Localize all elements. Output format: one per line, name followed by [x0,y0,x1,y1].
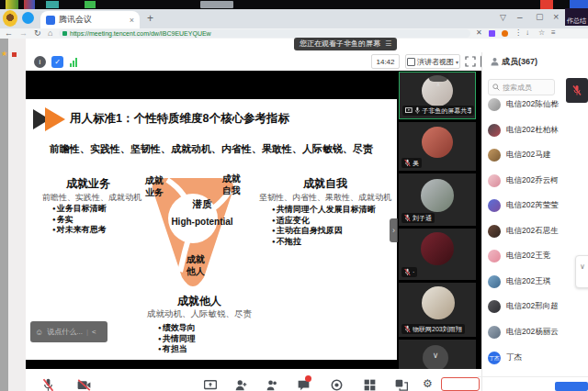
video-thumb-liuyuxiang[interactable]: 物联网203刘雨翔 [399,283,476,337]
security-shield-icon[interactable]: ✓ [51,56,63,68]
address-bar[interactable]: https://meeting.tencent.com/dw/IBC9EUEYQ… [59,29,470,38]
view-mode-button[interactable]: 演讲者视图 ▾ [405,54,460,69]
panel-collapse-handle[interactable]: › [390,218,398,242]
block-business-bullets: 业务目标清晰 务实 对未来有思考 [52,204,107,236]
avatar [488,174,501,187]
settings-gear-icon[interactable]: ⚙ [423,378,433,390]
bookmark-star-icon[interactable]: ☆ [538,28,545,38]
video-thumb-partial[interactable]: ∨ [399,340,476,369]
member-row[interactable]: 电信202乔云柯 [488,172,585,190]
floating-mic-overlay[interactable] [566,78,588,103]
tab-tencent-meeting[interactable]: 腾讯会议 × [40,11,140,28]
forward-icon[interactable]: → [19,28,28,39]
watching-screen-banner: 您正在观看子非鱼的屏幕 ☰ [294,38,397,50]
new-tab-button[interactable]: + [147,12,153,25]
watching-screen-text: 您正在观看子非鱼的屏幕 [300,38,380,50]
chat-notification-badge [305,375,311,382]
sunflower-icon[interactable] [3,10,17,27]
member-name: 电信202乔云柯 [506,175,559,186]
extensions-dots-icon[interactable]: ⋮ [514,28,522,38]
member-name: 电信202杨丽云 [506,327,559,338]
meeting-time: 14:42 [371,54,400,69]
extension-x-icon[interactable]: ✕ [476,28,482,38]
window-minimize-button[interactable]: – [517,12,523,22]
extension-purple-icon[interactable] [489,30,495,37]
panel-action-button[interactable] [555,382,588,391]
background-window-label: 作总结 [567,17,586,26]
mic-muted-button[interactable] [42,378,54,391]
member-name: 丁杰 [506,352,522,363]
download-icon[interactable]: ↓ [526,28,529,38]
member-row[interactable]: 电信202马建 [488,146,585,164]
pixel-plant-icon [6,0,18,9]
chat-divider: | [86,328,88,336]
video-thumb-wu[interactable]: 吴 [399,122,476,171]
block-others-traits: 成就动机、人际敏锐、尽责 [147,308,252,320]
video-name-badge: 物联网203刘雨翔 [401,324,465,334]
browser-profile-icon[interactable] [22,12,34,24]
diagram-center-en: High-potential [147,217,257,227]
member-name: 电信202王琪 [506,276,550,287]
video-thumb-liuzitong[interactable]: 刘子通 [399,173,476,226]
avatar [488,250,501,263]
search-members-input[interactable]: 搜索成员 [488,79,555,95]
window-maximize-button[interactable]: ▢ [536,12,544,21]
back-icon[interactable]: ← [5,28,13,39]
secure-site-icon [62,31,67,36]
more-button[interactable] [395,378,408,391]
member-row[interactable]: 电信202邢向超 [488,297,585,316]
network-signal-icon[interactable] [70,57,78,67]
members-button[interactable] [266,378,278,391]
reload-icon[interactable]: ↻ [34,28,41,39]
block-business-traits: 前瞻性、实践性、成就动机 [42,192,141,204]
avatar [421,179,454,212]
chat-input[interactable]: ☺ 说点什么... | < [30,321,107,342]
member-row[interactable]: 丁杰 丁杰 [488,349,585,367]
chat-placeholder: 说点什么... [47,327,83,337]
video-thumb-sharer[interactable]: ∧ 子非鱼的屏幕共享 [399,72,476,119]
home-icon[interactable]: ⌂ [48,28,52,39]
mic-muted-icon [404,159,411,167]
view-mode-label: 演讲者视图 [417,57,454,67]
fullscreen-icon[interactable] [465,56,476,67]
member-row[interactable]: 电信202王琪 [488,273,585,291]
block-others-title: 成就他人 [177,294,221,309]
gray-chip [200,1,233,8]
member-name: 电信202芮莹莹 [506,200,559,211]
end-meeting-button[interactable] [441,377,480,391]
block-business-title: 成就业务 [66,176,110,192]
scroll-down-indicator[interactable]: ∨ [423,345,448,369]
window-close-button[interactable]: × [553,11,559,22]
video-name-badge: 子非鱼的屏幕共享 [402,106,474,116]
member-row[interactable]: 电信202杜柏林 [488,121,585,140]
member-row[interactable]: 电信202芮莹莹 [488,196,585,215]
popup-chevron-icon: ∨ [580,263,585,271]
extension-orange-icon[interactable] [502,30,508,37]
bookmark-red-icon [12,52,17,57]
share-screen-button[interactable] [204,378,217,391]
member-row[interactable]: 电信202王竞 [488,247,585,265]
chat-button[interactable] [298,378,310,391]
scroll-up-indicator[interactable]: ∧ [428,73,448,82]
meeting-info-icon[interactable]: i [34,56,46,68]
scroll-popup[interactable]: ∨ [575,255,588,288]
record-button[interactable] [331,378,343,391]
emoji-icon[interactable]: ☺ [35,328,43,337]
slide-title: 用人标准1：个性特质维度8个核心参考指标 [70,111,289,127]
video-thumb-4[interactable]: · [399,229,476,280]
invite-button[interactable] [235,378,247,391]
member-row[interactable]: 电信202石思生 [488,222,585,240]
browser-menu-icon[interactable]: ≡ [551,28,556,38]
camera-muted-button[interactable] [77,378,91,391]
apps-button[interactable] [364,378,376,391]
banner-menu-icon[interactable]: ☰ [385,38,391,50]
member-row[interactable]: 电信202杨丽云 [488,323,585,341]
mic-muted-icon [404,214,411,222]
funnel-icon[interactable]: ▽ [500,13,506,22]
tab-close-icon[interactable]: × [130,16,134,25]
chat-collapse-icon[interactable]: < [92,328,96,336]
diagram-label-business: 成就业务 [143,174,165,198]
bookmark-star[interactable]: ★ [1,50,7,58]
meeting-bottom-toolbar [26,369,481,391]
red-block-icon [540,0,553,9]
